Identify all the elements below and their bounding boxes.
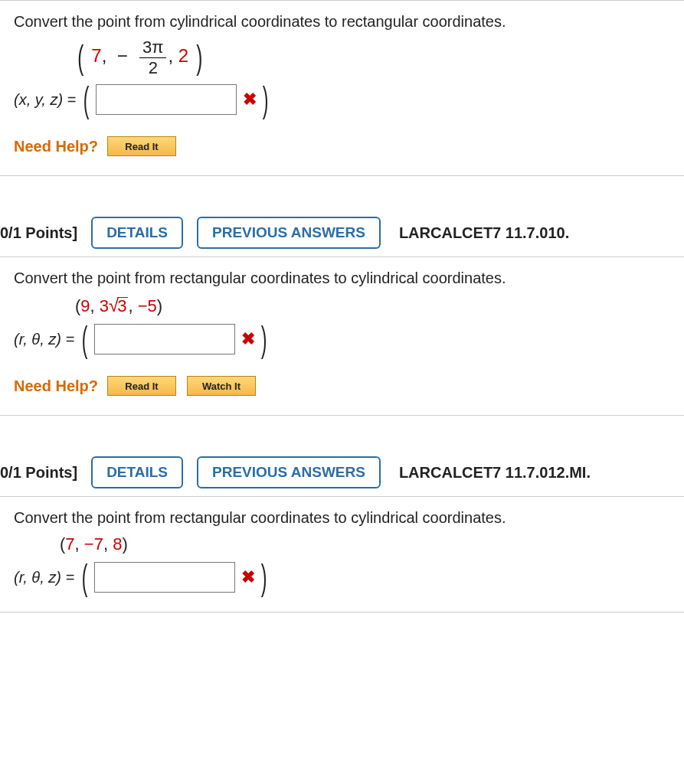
previous-answers-button[interactable]: PREVIOUS ANSWERS — [197, 217, 381, 249]
details-button[interactable]: DETAILS — [91, 456, 183, 488]
coord-x: 7 — [65, 534, 74, 554]
coord-r: 7 — [91, 45, 101, 66]
read-it-button[interactable]: Read It — [107, 136, 176, 156]
points-label: 0/1 Points] — [0, 464, 77, 482]
coord-y: −7 — [84, 534, 103, 554]
frac-numerator: 3π — [139, 39, 166, 58]
question-2-answer-row: (r, θ, z) = ( ✖ ) — [14, 324, 670, 354]
need-help-label: Need Help? — [14, 377, 98, 395]
question-3-given: (7, −7, 8) — [60, 534, 670, 554]
coord-z: 8 — [113, 534, 122, 554]
question-reference: LARCALCET7 11.7.012.MI. — [399, 464, 591, 482]
incorrect-icon: ✖ — [241, 567, 255, 587]
question-1-given: ( 7, − 3π 2 , 2 ) — [75, 38, 670, 77]
rparen-icon: ) — [196, 38, 202, 77]
question-1-prompt: Convert the point from cylindrical coord… — [14, 13, 670, 31]
question-3-prompt: Convert the point from rectangular coord… — [14, 509, 670, 527]
coord-z: −5 — [138, 296, 157, 315]
previous-answers-button[interactable]: PREVIOUS ANSWERS — [197, 456, 381, 488]
coord-x: 9 — [80, 296, 90, 315]
coord-y: 3√3 — [100, 296, 129, 315]
answer-input[interactable] — [96, 84, 237, 115]
question-3-panel: Convert the point from rectangular coord… — [0, 496, 684, 612]
need-help-label: Need Help? — [14, 138, 98, 155]
incorrect-icon: ✖ — [241, 329, 255, 349]
incorrect-icon: ✖ — [243, 90, 257, 109]
coord-theta-fraction: 3π 2 — [139, 39, 166, 77]
points-label: 0/1 Points] — [0, 224, 77, 242]
question-1-panel: Convert the point from cylindrical coord… — [0, 0, 684, 176]
answer-lhs: (r, θ, z) = — [14, 331, 74, 348]
answer-input[interactable] — [94, 324, 235, 354]
coord-z: 2 — [178, 45, 188, 66]
question-3-answer-row: (r, θ, z) = ( ✖ ) — [14, 562, 670, 593]
answer-lhs: (x, y, z) = — [14, 91, 76, 109]
question-reference: LARCALCET7 11.7.010. — [399, 224, 569, 242]
question-2-panel: Convert the point from rectangular coord… — [0, 256, 684, 416]
answer-lhs: (r, θ, z) = — [14, 569, 74, 586]
need-help-row: Need Help? Read It — [14, 136, 670, 156]
question-2-given: (9, 3√3, −5) — [75, 295, 670, 316]
details-button[interactable]: DETAILS — [91, 217, 183, 249]
watch-it-button[interactable]: Watch It — [187, 376, 256, 396]
question-1-answer-row: (x, y, z) = ( ✖ ) — [14, 84, 670, 115]
need-help-row: Need Help? Read It Watch It — [14, 376, 670, 396]
read-it-button[interactable]: Read It — [107, 376, 176, 396]
question-3-header: 0/1 Points] DETAILS PREVIOUS ANSWERS LAR… — [0, 456, 684, 496]
lparen-icon: ( — [77, 38, 83, 77]
answer-input[interactable] — [94, 562, 235, 593]
question-2-prompt: Convert the point from rectangular coord… — [14, 270, 670, 287]
frac-denominator: 2 — [139, 58, 166, 77]
question-2-header: 0/1 Points] DETAILS PREVIOUS ANSWERS LAR… — [0, 217, 684, 256]
